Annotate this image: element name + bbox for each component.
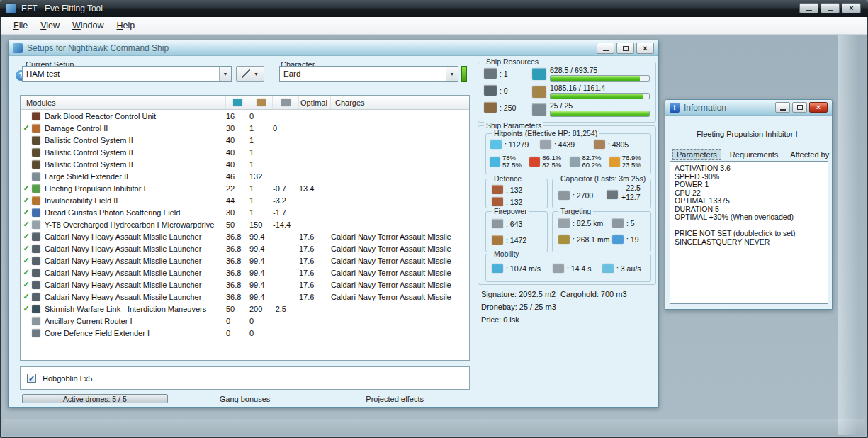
table-row[interactable]: Core Defence Field Extender I 0 0: [21, 327, 469, 339]
projected-effects-section[interactable]: Projected effects: [320, 395, 470, 403]
module-powergrid-value: 150: [249, 220, 273, 229]
chevron-down-icon[interactable]: ▼: [219, 67, 231, 81]
info-close-button[interactable]: ×: [809, 102, 828, 113]
module-charges-value: Caldari Navy Terror Assault Missile: [331, 293, 469, 301]
table-row[interactable]: Large Shield Extender II 46 132: [21, 170, 469, 182]
module-powergrid-value: 200: [249, 305, 273, 313]
module-optimal-value: 17.6: [299, 232, 331, 241]
module-active-check-icon: ✓: [21, 196, 32, 205]
module-name: Caldari Navy Heavy Assault Missile Launc…: [45, 281, 226, 289]
setups-titlebar[interactable]: Setups for Nighthawk Command Ship ×: [9, 40, 658, 56]
active-drones-bar[interactable]: Active drones: 5 / 5: [22, 394, 168, 403]
current-setup-combo[interactable]: HAM test ▼: [22, 66, 232, 82]
table-row[interactable]: ✓ Caldari Navy Heavy Assault Missile Lau…: [21, 291, 469, 303]
module-powergrid-value: 1: [249, 124, 273, 133]
charges-column-header[interactable]: Charges: [331, 96, 469, 109]
setup-tools-button[interactable]: ▼: [236, 66, 264, 82]
menu-item[interactable]: View: [34, 17, 66, 34]
cap-recharge-value: +12.7: [621, 193, 641, 202]
table-row[interactable]: ✓ Invulnerability Field II 44 1 -3.2: [21, 194, 469, 206]
armor-resist-value: 60.2%: [582, 162, 602, 169]
table-row[interactable]: Ancillary Current Router I 0 0: [21, 315, 469, 327]
targeting-label: Targeting: [558, 207, 593, 215]
info-line: ACTIVATION 3.6: [675, 164, 823, 173]
tab-requirements[interactable]: Requirements: [726, 150, 782, 159]
info-minimize-button[interactable]: [775, 102, 790, 113]
resist-group: 82.7% 60.2%: [570, 155, 609, 169]
drone-active-checkbox[interactable]: ✓: [27, 374, 36, 383]
table-row[interactable]: ✓ Caldari Navy Heavy Assault Missile Lau…: [21, 242, 469, 254]
drone-label: Hobgoblin I x5: [43, 374, 92, 383]
hitpoint-stats: : 11279 : 4439 : 4805: [490, 140, 648, 149]
cpu-column-icon[interactable]: [233, 99, 242, 106]
menu-item[interactable]: File: [7, 17, 34, 34]
module-powergrid-value: 1: [249, 160, 273, 169]
table-row[interactable]: ✓ Caldari Navy Heavy Assault Missile Lau…: [21, 279, 469, 291]
table-row[interactable]: ✓ Skirmish Warfare Link - Interdiction M…: [21, 303, 469, 315]
tab-affected-by[interactable]: Affected by: [787, 150, 833, 159]
module-name: Caldari Navy Heavy Assault Missile Launc…: [45, 232, 226, 241]
table-row[interactable]: Ballistic Control System II 40 1: [21, 158, 469, 170]
stat-value: : 19: [626, 235, 639, 244]
table-row[interactable]: ✓ Fleeting Propulsion Inhibitor I 22 1 -…: [21, 182, 469, 194]
info-content-panel[interactable]: ACTIVATION 3.6 SPEED -90% POWER 1 CPU 22…: [670, 161, 828, 304]
table-row[interactable]: ✓ Caldari Navy Heavy Assault Missile Lau…: [21, 230, 469, 242]
table-row[interactable]: ✓ Caldari Navy Heavy Assault Missile Lau…: [21, 254, 469, 266]
menu-item[interactable]: Help: [111, 17, 142, 34]
module-powergrid-value: 1: [249, 136, 273, 145]
module-cpu-value: 36.8: [226, 281, 249, 289]
table-row[interactable]: ✓ Damage Control II 30 1 0: [21, 122, 469, 134]
close-button[interactable]: ×: [842, 3, 861, 13]
module-cpu-value: 36.8: [226, 269, 249, 277]
table-row[interactable]: Ballistic Control System II 40 1: [21, 134, 469, 146]
maximize-button[interactable]: [821, 3, 840, 13]
module-name: Fleeting Propulsion Inhibitor I: [45, 184, 226, 193]
tab-parameters[interactable]: Parameters: [672, 149, 721, 160]
information-titlebar[interactable]: i Information ×: [665, 100, 832, 116]
setups-restore-button[interactable]: [616, 43, 634, 54]
module-active-check-icon: ✓: [21, 304, 32, 313]
table-row[interactable]: ✓ Y-T8 Overcharged Hydrocarbon I Microwa…: [21, 218, 469, 230]
chevron-down-icon: ▼: [254, 72, 259, 77]
warp-speed-icon: [602, 264, 614, 273]
table-row[interactable]: ✓ Caldari Navy Heavy Assault Missile Lau…: [21, 266, 469, 279]
table-row[interactable]: ✓ Dread Guristas Photon Scattering Field…: [21, 206, 469, 218]
module-name: Core Defence Field Extender I: [45, 329, 226, 337]
stat-value: : 4439: [554, 140, 575, 149]
character-combo[interactable]: Eard ▼: [279, 66, 458, 82]
optimal-column-header[interactable]: Optimal: [299, 96, 331, 109]
setups-window-icon: [13, 43, 23, 53]
chevron-down-icon[interactable]: ▼: [446, 67, 458, 81]
stat-value: : 0: [500, 86, 508, 95]
module-name: Ancillary Current Router I: [45, 317, 226, 325]
main-titlebar[interactable]: EFT - Eve Fitting Tool ×: [0, 0, 868, 17]
module-icon: [32, 281, 40, 289]
setups-footer: Active drones: 5 / 5 Gang bonuses Projec…: [20, 393, 470, 404]
capacitor-column-icon[interactable]: [281, 99, 291, 106]
module-powergrid-value: 99.4: [249, 281, 273, 289]
info-restore-button[interactable]: [792, 102, 807, 113]
module-icon: [32, 136, 40, 145]
dronebay-value: Dronebay: 25 / 25 m3: [481, 303, 556, 311]
powergrid-icon: [532, 86, 546, 98]
table-row[interactable]: Ballistic Control System II 40 1: [21, 146, 469, 158]
setups-close-button[interactable]: ×: [636, 43, 654, 54]
table-row[interactable]: Dark Blood Reactor Control Unit 16 0: [21, 110, 469, 122]
armor-resist-value: 82.5%: [542, 162, 561, 169]
stat-item: : 82.5 km: [558, 218, 612, 228]
minimize-button[interactable]: [799, 3, 818, 13]
menu-item[interactable]: Window: [66, 17, 110, 34]
module-optimal-value: 17.6: [299, 269, 331, 277]
minimize-icon: [806, 10, 812, 11]
module-optimal-value: 17.6: [299, 293, 331, 301]
gang-bonuses-section[interactable]: Gang bonuses: [170, 395, 320, 403]
drone-list[interactable]: ✓ Hobgoblin I x5: [20, 366, 470, 390]
stat-item: : 1472: [492, 235, 526, 245]
setups-minimize-button[interactable]: [597, 43, 614, 54]
module-cap-value: -2.5: [273, 305, 299, 313]
module-cpu-value: 16: [226, 112, 249, 120]
stat-item: : 3 au/s: [602, 264, 641, 273]
powergrid-column-icon[interactable]: [257, 99, 266, 106]
modules-column-header[interactable]: Modules: [21, 96, 226, 109]
cap-drain-value: - 22.5: [621, 184, 641, 193]
